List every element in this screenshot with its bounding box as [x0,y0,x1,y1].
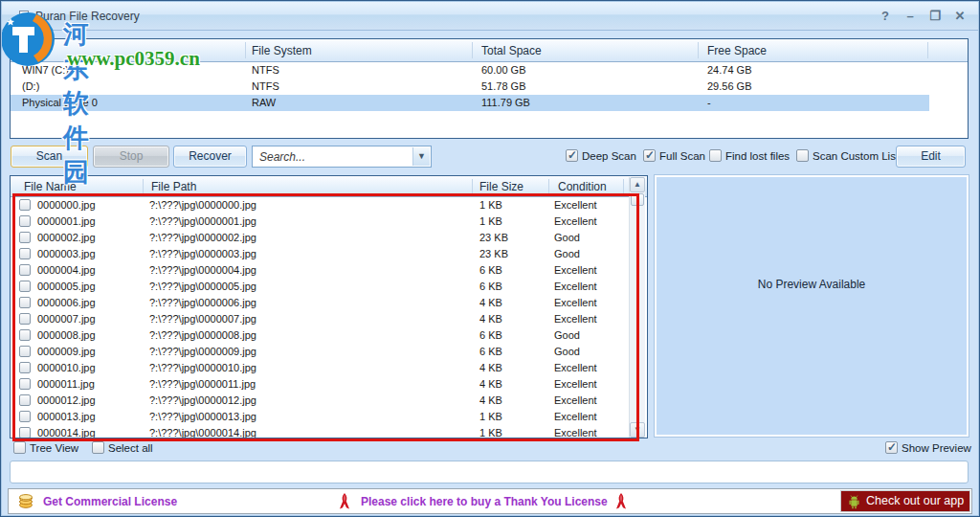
scan-button[interactable]: Scan [11,146,88,168]
select-all-checkbox[interactable] [92,441,104,454]
file-path-cell: ?:\???\jpg\0000007.jpg [149,311,256,327]
file-name-cell: 0000003.jpg [37,246,96,262]
column-header-drive[interactable]: Drive [22,44,49,57]
file-name-cell: 0000008.jpg [37,327,96,344]
file-path-cell: ?:\???\jpg\0000011.jpg [149,376,256,393]
search-placeholder[interactable]: Search... [259,150,305,164]
row-checkbox[interactable] [19,297,31,308]
file-condition-cell: Excellent [554,295,597,311]
file-name-cell: 0000001.jpg [37,214,96,230]
deep-scan-label: Deep Scan [582,150,636,162]
drive-row-selected[interactable]: Physical Drive 0 RAW 111.79 GB - [11,95,968,111]
row-checkbox[interactable] [19,199,31,211]
table-row[interactable]: 0000010.jpg ?:\???\jpg\0000010.jpg 4 KB … [11,360,647,376]
thank-you-license-link[interactable]: Please click here to buy a Thank You Lic… [361,495,608,508]
drive-row[interactable]: WIN7 (C:) NTFS 60.00 GB 24.74 GB [11,62,968,79]
file-size-cell: 6 KB [479,327,502,344]
table-row[interactable]: 0000001.jpg ?:\???\jpg\0000001.jpg 1 KB … [11,214,647,230]
file-condition-cell: Excellent [554,360,597,376]
table-row[interactable]: 0000003.jpg ?:\???\jpg\0000003.jpg 23 KB… [11,246,647,262]
scroll-down-icon[interactable]: ▼ [630,422,645,438]
deep-scan-checkbox[interactable] [566,149,578,162]
file-size-cell: 4 KB [479,295,502,311]
column-header-condition[interactable]: Condition [558,180,607,193]
row-checkbox[interactable] [19,281,31,292]
close-icon[interactable]: ✕ [950,8,969,24]
table-row[interactable]: 0000007.jpg ?:\???\jpg\0000007.jpg 4 KB … [11,311,647,327]
row-checkbox[interactable] [19,313,31,325]
scan-custom-list-checkbox[interactable] [796,149,809,162]
table-row[interactable]: 0000006.jpg ?:\???\jpg\0000006.jpg 4 KB … [11,295,647,311]
file-condition-cell: Excellent [554,197,597,214]
file-path-cell: ?:\???\jpg\0000013.jpg [149,409,256,425]
chevron-down-icon[interactable]: ▼ [412,147,430,166]
scroll-up-icon[interactable]: ▲ [630,177,645,192]
file-size-cell: 23 KB [479,246,508,262]
tree-view-checkbox[interactable] [13,441,26,454]
column-header-filename[interactable]: File Name [24,180,77,193]
show-preview-checkbox[interactable] [885,441,898,454]
drive-free-cell: 24.74 GB [707,62,751,79]
check-out-app-label: Check out our app [866,494,964,507]
column-header-filepath[interactable]: File Path [151,180,196,193]
file-condition-cell: Excellent [554,214,597,230]
maximize-icon[interactable]: ❐ [925,8,945,24]
file-condition-cell: Excellent [554,376,597,393]
table-row[interactable]: 0000004.jpg ?:\???\jpg\0000004.jpg 6 KB … [11,262,647,279]
table-row[interactable]: 0000012.jpg ?:\???\jpg\0000012.jpg 4 KB … [11,393,647,409]
drive-row[interactable]: (D:) NTFS 51.78 GB 29.56 GB [11,79,968,95]
table-row[interactable]: 0000002.jpg ?:\???\jpg\0000002.jpg 23 KB… [11,230,647,246]
file-name-cell: 0000013.jpg [37,409,96,425]
edit-button[interactable]: Edit [896,146,966,168]
app-icon [17,10,31,23]
check-out-app-button[interactable]: Check out our app [840,490,970,512]
row-checkbox[interactable] [19,411,31,422]
file-table-header: File Name File Path File Size Condition [11,176,647,197]
row-checkbox[interactable] [19,427,31,438]
column-separator [472,179,473,193]
full-scan-checkbox[interactable] [643,149,656,162]
file-path-cell: ?:\???\jpg\0000012.jpg [149,393,256,409]
stop-button[interactable]: Stop [93,146,169,168]
drive-free-cell: - [707,95,711,111]
table-row[interactable]: 0000014.jpg ?:\???\jpg\0000014.jpg 1 KB … [11,425,647,438]
table-row[interactable]: 0000008.jpg ?:\???\jpg\0000008.jpg 6 KB … [11,327,647,344]
column-separator [245,42,246,58]
title-bar: Puran File Recovery ? – ❐ ✕ [1,1,979,31]
drive-name-cell: Physical Drive 0 [22,95,98,111]
row-checkbox[interactable] [19,329,31,341]
row-checkbox[interactable] [19,232,31,243]
row-checkbox[interactable] [19,346,31,357]
row-checkbox[interactable] [19,394,31,406]
help-icon[interactable]: ? [876,8,895,24]
get-commercial-license-link[interactable]: Get Commercial License [43,495,177,508]
row-checkbox[interactable] [19,378,31,390]
row-checkbox[interactable] [19,248,31,259]
file-size-cell: 4 KB [479,376,502,393]
row-checkbox[interactable] [19,362,31,373]
table-row[interactable]: 0000009.jpg ?:\???\jpg\0000009.jpg 6 KB … [11,344,647,360]
file-condition-cell: Excellent [554,393,597,409]
row-checkbox[interactable] [19,264,31,276]
column-header-totalspace[interactable]: Total Space [481,44,542,57]
find-lost-files-checkbox[interactable] [709,149,722,162]
preview-pane: No Preview Available [655,175,969,437]
file-size-cell: 6 KB [479,279,502,295]
vertical-scrollbar[interactable]: ▲ ▼ [629,177,645,438]
drive-fs-cell: NTFS [252,79,279,95]
file-name-cell: 0000005.jpg [37,279,96,295]
file-condition-cell: Excellent [554,425,597,438]
search-combobox[interactable]: Search... ▼ [252,146,432,168]
column-header-filesize[interactable]: File Size [479,180,523,193]
scrollbar-thumb[interactable] [631,193,644,206]
table-row[interactable]: 0000011.jpg ?:\???\jpg\0000011.jpg 4 KB … [11,376,647,393]
column-header-filesystem[interactable]: File System [252,44,312,57]
file-name-cell: 0000009.jpg [37,344,96,360]
table-row[interactable]: 0000013.jpg ?:\???\jpg\0000013.jpg 1 KB … [11,409,647,425]
row-checkbox[interactable] [19,215,31,227]
table-row[interactable]: 0000000.jpg ?:\???\jpg\0000000.jpg 1 KB … [11,197,647,214]
minimize-icon[interactable]: – [901,8,920,24]
table-row[interactable]: 0000005.jpg ?:\???\jpg\0000005.jpg 6 KB … [11,279,647,295]
column-header-freespace[interactable]: Free Space [707,44,767,57]
recover-button[interactable]: Recover [173,146,247,168]
